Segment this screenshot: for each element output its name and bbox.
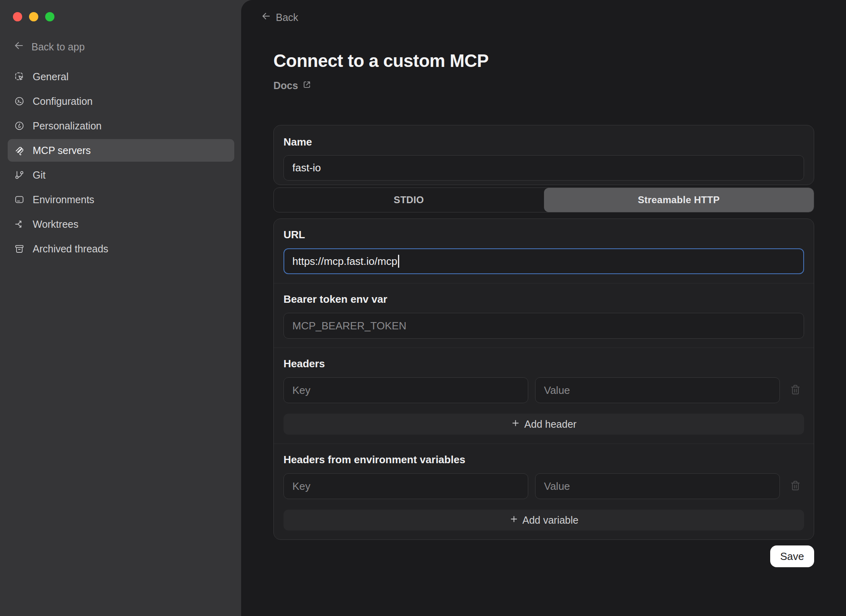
docs-link-label: Docs	[273, 80, 298, 92]
env-header-value-input[interactable]	[535, 473, 780, 499]
add-header-button[interactable]: Add header	[283, 414, 804, 435]
sidebar-item-label: Worktrees	[33, 219, 78, 230]
save-button[interactable]: Save	[770, 545, 814, 567]
archive-icon	[14, 243, 25, 254]
bearer-token-label: Bearer token env var	[283, 293, 804, 306]
headers-section: Headers Add hea	[274, 348, 814, 443]
arrow-left-icon	[261, 11, 271, 23]
delete-header-button[interactable]	[787, 384, 804, 397]
sidebar-item-git[interactable]: Git	[8, 164, 234, 186]
sidebar-item-label: General	[33, 71, 69, 83]
close-window-button[interactable]	[13, 12, 22, 21]
text-cursor	[398, 255, 399, 268]
add-variable-label: Add variable	[523, 514, 579, 526]
transport-toggle: STDIO Streamable HTTP	[273, 187, 814, 212]
bearer-token-input[interactable]	[283, 313, 804, 339]
sidebar-item-mcp-servers[interactable]: MCP servers	[8, 139, 234, 162]
env-header-key-input[interactable]	[283, 473, 528, 499]
window-icon	[14, 194, 25, 205]
url-section: URL https://mcp.fast.io/mcp	[274, 219, 814, 283]
trash-icon	[790, 384, 801, 397]
sidebar-item-label: Configuration	[33, 96, 93, 107]
sidebar-item-general[interactable]: General	[8, 65, 234, 88]
pointer-frame-icon	[14, 71, 25, 82]
sidebar-item-personalization[interactable]: Personalization	[8, 114, 234, 137]
url-input-value: https://mcp.fast.io/mcp	[292, 255, 397, 268]
plus-icon	[511, 418, 520, 430]
page-title: Connect to a custom MCP	[273, 52, 814, 70]
header-row	[283, 377, 804, 403]
header-value-input[interactable]	[535, 377, 780, 403]
clock-icon	[14, 121, 25, 131]
sidebar-item-label: Archived threads	[33, 243, 108, 255]
delete-env-header-button[interactable]	[787, 480, 804, 493]
url-label: URL	[283, 229, 804, 241]
mcp-form: Connect to a custom MCP Docs Name STDIO …	[273, 0, 814, 567]
arrow-left-icon	[14, 40, 24, 53]
settings-sidebar: Back to app General Configuration Person	[0, 0, 241, 616]
save-row: Save	[273, 545, 814, 567]
sidebar-item-label: Git	[33, 169, 46, 181]
main-panel: Back Connect to a custom MCP Docs Name S…	[241, 0, 846, 616]
mcp-icon	[14, 145, 25, 156]
sidebar-nav: General Configuration Personalization MC…	[8, 65, 234, 262]
back-to-app-label: Back to app	[31, 41, 85, 53]
sidebar-item-label: MCP servers	[33, 145, 91, 156]
split-arrows-icon	[14, 219, 25, 229]
add-header-label: Add header	[524, 418, 576, 430]
git-branch-icon	[14, 170, 25, 180]
headers-label: Headers	[283, 358, 804, 370]
env-headers-label: Headers from environment variables	[283, 454, 804, 466]
docs-link[interactable]: Docs	[273, 80, 311, 91]
trash-icon	[790, 480, 801, 493]
toggle-option-stdio[interactable]: STDIO	[274, 188, 544, 212]
env-headers-section: Headers from environment variables	[274, 443, 814, 539]
sidebar-item-environments[interactable]: Environments	[8, 188, 234, 211]
back-to-app-link[interactable]: Back to app	[14, 40, 85, 53]
terminal-circle-icon	[14, 96, 25, 106]
env-header-row	[283, 473, 804, 499]
sidebar-item-label: Personalization	[33, 120, 102, 132]
connection-card: URL https://mcp.fast.io/mcp Bearer token…	[273, 219, 814, 540]
name-label: Name	[283, 136, 804, 148]
bearer-token-section: Bearer token env var	[274, 283, 814, 348]
url-input[interactable]: https://mcp.fast.io/mcp	[283, 248, 804, 274]
sidebar-item-label: Environments	[33, 194, 94, 206]
header-key-input[interactable]	[283, 377, 528, 403]
zoom-window-button[interactable]	[45, 12, 54, 21]
sidebar-item-configuration[interactable]: Configuration	[8, 90, 234, 112]
plus-icon	[509, 514, 519, 526]
toggle-option-streamable-http[interactable]: Streamable HTTP	[544, 188, 814, 212]
minimize-window-button[interactable]	[29, 12, 38, 21]
sidebar-item-archived-threads[interactable]: Archived threads	[8, 237, 234, 260]
sidebar-item-worktrees[interactable]: Worktrees	[8, 213, 234, 235]
window-controls	[13, 12, 54, 21]
name-input[interactable]	[283, 155, 804, 181]
app-window: Back to app General Configuration Person	[0, 0, 846, 616]
name-card: Name	[273, 125, 814, 185]
add-variable-button[interactable]: Add variable	[283, 510, 804, 531]
external-link-icon	[302, 80, 311, 92]
